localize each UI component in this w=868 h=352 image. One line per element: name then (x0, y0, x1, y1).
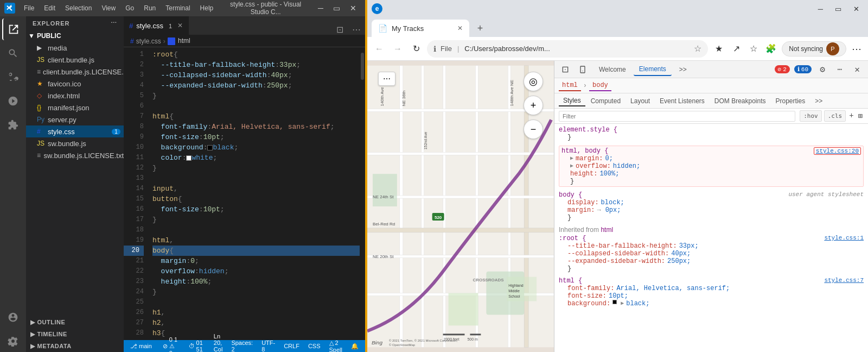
run-debug-icon[interactable] (2, 90, 24, 112)
tab-more[interactable]: >> (674, 64, 692, 76)
html-tag[interactable]: html (559, 80, 581, 91)
browser-extensions-icon[interactable]: 🧩 (763, 41, 778, 56)
accounts-icon[interactable] (2, 306, 24, 328)
file-sw-bundle[interactable]: JS sw.bundle.js (26, 137, 124, 149)
prop-fs-value[interactable]: 10pt; (609, 292, 628, 300)
prop-esw-value[interactable]: 250px; (667, 257, 691, 265)
new-style-rule-icon[interactable]: ⊞ (857, 110, 864, 122)
back-button[interactable]: ← (372, 41, 387, 56)
forward-button[interactable]: → (390, 41, 405, 56)
metadata-section[interactable]: ▶ METADATA (26, 340, 124, 352)
file-style-css[interactable]: # style.css 1 (26, 125, 124, 137)
settings-icon[interactable] (2, 330, 24, 352)
prop-value[interactable]: 0; (605, 155, 612, 162)
file-sw-license[interactable]: ≡ sw.bundle.js.LICENSE.txt (26, 149, 124, 161)
tab-close-button[interactable]: ✕ (177, 22, 183, 29)
collections-icon[interactable]: ★ (711, 41, 726, 56)
prop-display-value[interactable]: block; (601, 199, 624, 206)
line-ending-setting[interactable]: CRLF (282, 343, 302, 349)
git-branch[interactable]: ⎇ main (128, 343, 154, 350)
prop-csw-value[interactable]: 40px; (671, 250, 691, 257)
browser-more-button[interactable]: ⋯ (850, 41, 864, 57)
editor-scrollbar[interactable] (360, 47, 365, 340)
spell-check[interactable]: △ 2 Spell (327, 340, 344, 353)
menu-file[interactable]: File (20, 3, 39, 13)
error-badge[interactable]: ⊘ 2 (775, 65, 790, 73)
browser-tab-close-button[interactable]: ✕ (457, 24, 463, 32)
cursor-position[interactable]: Ln 20, Col 7 (212, 333, 225, 352)
language-mode[interactable]: CSS (306, 343, 323, 349)
properties-tab[interactable]: Properties (771, 96, 810, 106)
bookmark-star-icon[interactable]: ☆ (694, 43, 701, 54)
root-source[interactable]: style.css:1 (824, 235, 864, 241)
more-actions-button[interactable]: ⋯ (348, 24, 365, 35)
browser-close[interactable]: ✕ (849, 4, 864, 14)
maximize-button[interactable]: ▭ (329, 3, 344, 14)
timeline-section[interactable]: ▶ TIMELINE (26, 328, 124, 340)
explorer-new-file-icon[interactable]: ⋯ (111, 20, 117, 27)
file-client-bundle[interactable]: JS client.bundle.js (26, 54, 124, 66)
tab-style-css[interactable]: # style.css 1 ✕ (124, 16, 189, 35)
menu-view[interactable]: View (97, 3, 120, 13)
prop-margin-value[interactable]: 0px; (605, 206, 621, 214)
browser-minimize[interactable]: ─ (814, 4, 827, 14)
file-server[interactable]: Py server.py (26, 114, 124, 125)
refresh-button[interactable]: ↻ (409, 41, 424, 56)
tab-elements[interactable]: Elements (634, 63, 672, 76)
prop-ff-value[interactable]: Arial, Helvetica, sans-serif; (616, 285, 730, 292)
notifications[interactable]: 🔔 (349, 343, 361, 350)
extensions-icon[interactable] (2, 114, 24, 136)
root-selector[interactable]: :root { (559, 235, 586, 242)
styles-tab[interactable]: Styles (559, 96, 585, 106)
new-tab-button[interactable]: + (471, 20, 489, 37)
breadcrumb-file[interactable]: style.css (136, 37, 161, 45)
devtools-close-button[interactable]: ✕ (851, 63, 864, 76)
device-emulation-button[interactable] (576, 63, 589, 76)
menu-help[interactable]: Help (196, 3, 218, 13)
errors-warnings[interactable]: ⊘ 0 1 ⚠ 2 (161, 336, 180, 353)
outline-section[interactable]: ▶ OUTLINE (26, 316, 124, 328)
prop-value2[interactable]: hidden; (613, 162, 640, 170)
file-media[interactable]: ▶ media (26, 42, 124, 54)
menu-go[interactable]: Go (121, 3, 138, 13)
devtools-settings-button[interactable]: ⚙ (816, 63, 829, 76)
menu-selection[interactable]: Selection (61, 3, 96, 13)
class-filter-button[interactable]: .cls (824, 110, 846, 122)
section-public[interactable]: ▼PUBLIC (26, 30, 124, 42)
expand-icon[interactable]: ▶ (570, 155, 573, 162)
code-editor[interactable]: 12345 678910 1112131415 16171819 20 2122… (124, 47, 365, 340)
code-content[interactable]: :root { --title-bar-fallback-height: 33p… (148, 47, 360, 340)
source-control-icon[interactable] (2, 66, 24, 88)
prop-tbh-value[interactable]: 33px; (679, 242, 699, 250)
favorites-icon[interactable]: ☆ (746, 41, 761, 56)
explorer-icon[interactable] (2, 18, 24, 40)
share-icon[interactable]: ↗ (729, 41, 744, 56)
time-indicator[interactable]: ⏱ 01 51 (187, 340, 205, 352)
html-body-source[interactable]: style.css:20 (814, 147, 861, 155)
address-field[interactable]: ℹ File | C:/Users/pabrosse/dev/m... ☆ (427, 40, 708, 58)
expand-icon2[interactable]: ▶ (570, 162, 573, 170)
encoding-setting[interactable]: UTF-8 (259, 340, 277, 352)
filter-input[interactable] (559, 111, 795, 122)
html-selector[interactable]: html { (559, 277, 582, 285)
spaces-setting[interactable]: Spaces: 2 (229, 340, 255, 352)
menu-edit[interactable]: Edit (40, 3, 60, 13)
file-index-html[interactable]: ◇ index.html (26, 90, 124, 102)
html-body-selector[interactable]: html, body { (561, 147, 608, 155)
browser-tab-my-tracks[interactable]: 📄 My Tracks ✕ (372, 20, 469, 37)
body-tag[interactable]: body (589, 80, 611, 91)
dom-breakpoints-tab[interactable]: DOM Breakpoints (710, 96, 770, 106)
file-favicon[interactable]: ★ favicon.ico (26, 78, 124, 90)
hover-filter-button[interactable]: :hov (800, 110, 822, 122)
search-icon[interactable] (2, 42, 24, 64)
minimize-button[interactable]: ─ (314, 3, 328, 14)
prop-value3[interactable]: 100%; (599, 170, 619, 178)
map-overflow-button[interactable]: ⋯ (378, 72, 395, 86)
body-selector[interactable]: body { (559, 191, 582, 199)
event-listeners-tab[interactable]: Event Listeners (655, 96, 709, 106)
element-style-selector[interactable]: element.style { (559, 126, 617, 134)
prop-bg-value[interactable]: black; (626, 300, 649, 307)
styles-more-tab[interactable]: >> (810, 96, 827, 106)
zoom-out-button[interactable]: − (524, 120, 543, 139)
file-manifest[interactable]: {} manifest.json (26, 102, 124, 114)
